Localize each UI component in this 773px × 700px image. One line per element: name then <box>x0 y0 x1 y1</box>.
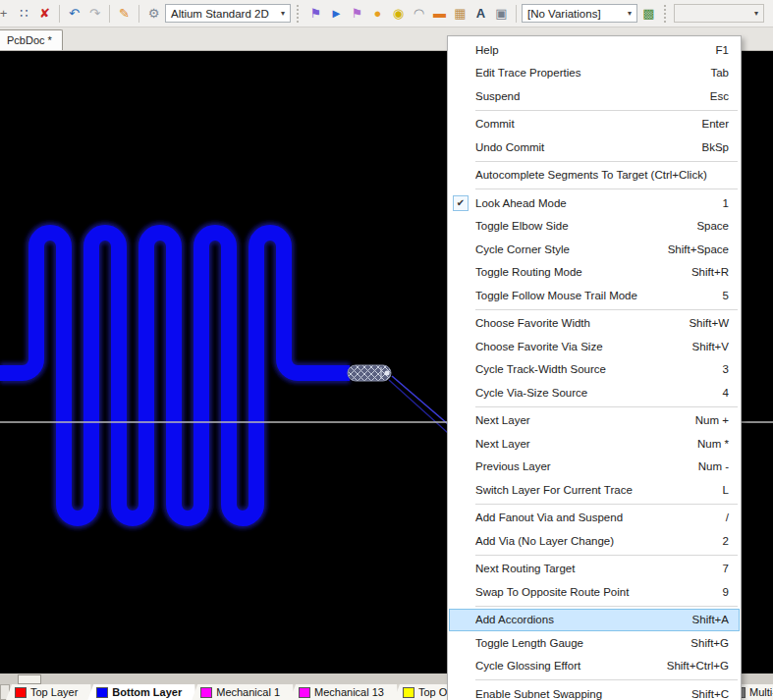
layer-tab-top-layer[interactable]: Top Layer <box>6 684 91 700</box>
variations-combo[interactable]: [No Variations] ▾ <box>522 4 637 23</box>
menu-item-next-routing-target[interactable]: Next Routing Target7 <box>448 558 741 581</box>
menu-item-shortcut: 7 <box>723 563 729 574</box>
main-toolbar: + ∷ ✘ ↶ ↷ ✎ ⚙ Altium Standard 2D ▾ ⚑ ► ⚑… <box>0 0 773 27</box>
layer-color-swatch <box>403 687 414 698</box>
toolbar-separator <box>59 5 60 23</box>
redo-icon[interactable]: ↷ <box>85 4 104 24</box>
menu-item-shortcut: Shift+R <box>691 266 729 278</box>
menu-item-shortcut: 3 <box>723 363 729 375</box>
place-component-icon[interactable]: ▣ <box>492 4 511 24</box>
differential-route-icon[interactable]: ⚑ <box>348 4 366 24</box>
menu-item-edit-trace-properties[interactable]: Edit Trace PropertiesTab <box>448 62 741 85</box>
place-arc-icon[interactable]: ◠ <box>410 4 428 24</box>
routing-context-menu: HelpF1Edit Trace PropertiesTabSuspendEsc… <box>447 35 742 700</box>
layer-color-swatch <box>200 687 212 698</box>
menu-item-label: Autocomplete Segments To Target (Ctrl+Cl… <box>475 169 717 181</box>
view-style-combo[interactable]: Altium Standard 2D ▾ <box>165 4 291 23</box>
pad-array-icon[interactable]: ▦ <box>451 4 469 24</box>
menu-item-help[interactable]: HelpF1 <box>448 38 741 62</box>
menu-item-previous-layer[interactable]: Previous LayerNum - <box>448 456 741 479</box>
chevron-down-icon: ▾ <box>746 9 758 18</box>
menu-item-shortcut: Shift+W <box>689 317 729 329</box>
routing-cursor-dot <box>385 371 390 376</box>
toolbar-separator <box>138 5 139 23</box>
menu-item-shortcut: Shift+C <box>691 688 729 700</box>
menu-item-add-via-no-layer-change[interactable]: Add Via (No Layer Change)2 <box>448 529 741 553</box>
chevron-down-icon: ▾ <box>273 9 285 18</box>
menu-item-commit[interactable]: CommitEnter <box>448 113 741 136</box>
horizontal-scrollbar-thumb[interactable] <box>18 674 41 684</box>
menu-item-swap-to-opposite-route-point[interactable]: Swap To Opposite Route Point9 <box>448 580 741 604</box>
menu-item-shortcut: 1 <box>723 197 729 209</box>
menu-item-cycle-corner-style[interactable]: Cycle Corner StyleShift+Space <box>448 238 741 261</box>
menu-item-shortcut: Num - <box>698 460 729 472</box>
menu-item-label: Choose Favorite Width <box>475 317 677 329</box>
menu-item-toggle-length-gauge[interactable]: Toggle Length GaugeShift+G <box>448 631 741 655</box>
layer-tab-mechanical-13[interactable]: Mechanical 13 <box>290 684 398 700</box>
menu-item-shortcut: L <box>723 484 729 496</box>
undo-icon[interactable]: ↶ <box>65 4 83 24</box>
menu-item-shortcut: 5 <box>723 290 729 301</box>
menu-item-label: Add Fanout Via and Suspend <box>475 512 714 523</box>
menu-item-shortcut: 2 <box>723 535 729 547</box>
menu-item-shortcut: 4 <box>723 387 729 399</box>
move-cursor-icon[interactable]: + <box>0 4 13 24</box>
place-via-icon[interactable]: ◉ <box>389 4 408 24</box>
menu-item-shortcut: Tab <box>710 67 729 79</box>
menu-item-toggle-routing-mode[interactable]: Toggle Routing ModeShift+R <box>448 261 741 285</box>
menu-item-choose-favorite-width[interactable]: Choose Favorite WidthShift+W <box>448 312 741 336</box>
toolbar-separator <box>109 5 110 23</box>
preferences-gear-icon[interactable]: ⚙ <box>144 4 163 24</box>
menu-item-label: Suspend <box>475 90 698 102</box>
menu-item-shortcut: Enter <box>702 118 730 130</box>
view-style-combo-value: Altium Standard 2D <box>171 8 269 20</box>
menu-item-next-layer[interactable]: Next LayerNum + <box>448 409 741 433</box>
variant-board-icon[interactable]: ▩ <box>639 4 658 24</box>
interactive-route-icon[interactable]: ⚑ <box>306 4 325 24</box>
empty-combo[interactable]: ▾ <box>674 4 764 23</box>
menu-item-label: Undo Commit <box>475 141 690 153</box>
menu-separator <box>475 504 738 505</box>
menu-item-add-fanout-via-and-suspend[interactable]: Add Fanout Via and Suspend/ <box>448 507 741 530</box>
delete-mode-icon[interactable]: ✘ <box>35 4 54 24</box>
menu-item-cycle-glossing-effort[interactable]: Cycle Glossing EffortShift+Ctrl+G <box>448 655 741 678</box>
toolbar-separator <box>516 5 517 23</box>
menu-item-look-ahead-mode[interactable]: ✔Look Ahead Mode1 <box>448 191 741 215</box>
place-string-icon[interactable]: A <box>471 4 490 24</box>
menu-item-toggle-elbow-side[interactable]: Toggle Elbow SideSpace <box>448 215 741 239</box>
layer-tab-label: Mechanical 13 <box>314 686 384 698</box>
menu-item-label: Switch Layer For Current Trace <box>475 484 711 496</box>
place-pad-icon[interactable]: ● <box>368 4 387 24</box>
menu-item-enable-subnet-swapping[interactable]: Enable Subnet SwappingShift+C <box>448 682 741 700</box>
menu-item-suspend[interactable]: SuspendEsc <box>448 84 741 108</box>
menu-item-choose-favorite-via-size[interactable]: Choose Favorite Via SizeShift+V <box>448 335 741 358</box>
menu-item-label: Cycle Via-Size Source <box>475 387 711 399</box>
layer-tab-label: Bottom Layer <box>112 686 182 698</box>
menu-item-toggle-follow-mouse-trail-mode[interactable]: Toggle Follow Mouse Trail Mode5 <box>448 284 741 307</box>
menu-item-next-layer[interactable]: Next LayerNum * <box>448 432 741 456</box>
menu-item-cycle-via-size-source[interactable]: Cycle Via-Size Source4 <box>448 381 741 404</box>
layer-tab-bottom-layer[interactable]: Bottom Layer <box>87 684 195 700</box>
menu-item-add-accordions[interactable]: Add AccordionsShift+A <box>449 609 740 632</box>
place-fill-icon[interactable]: ▬ <box>430 4 449 24</box>
menu-item-cycle-track-width-source[interactable]: Cycle Track-Width Source3 <box>448 358 741 382</box>
layer-tab-label: Multi-Layer <box>749 686 773 698</box>
document-tab[interactable]: PcbDoc * <box>0 29 63 50</box>
menu-item-undo-commit[interactable]: Undo CommitBkSp <box>448 135 741 159</box>
layer-tab-mechanical-1[interactable]: Mechanical 1 <box>192 684 294 700</box>
menu-item-label: Add Accordions <box>475 614 681 625</box>
menu-item-label: Next Routing Target <box>475 563 711 574</box>
magic-wand-icon[interactable]: ✎ <box>115 4 134 24</box>
menu-item-autocomplete-segments-to-target-ctrl-click[interactable]: Autocomplete Segments To Target (Ctrl+Cl… <box>448 164 741 188</box>
menu-item-shortcut: Shift+Ctrl+G <box>667 660 729 672</box>
menu-item-switch-layer-for-current-trace[interactable]: Switch Layer For Current TraceL <box>448 478 741 502</box>
menu-item-shortcut: Space <box>696 220 729 232</box>
menu-item-label: Cycle Glossing Effort <box>475 660 655 672</box>
menu-separator <box>475 110 738 111</box>
menu-item-shortcut: Esc <box>710 90 729 102</box>
layer-color-swatch <box>299 687 310 698</box>
checkmark-icon: ✔ <box>453 195 469 211</box>
snap-grid-icon[interactable]: ∷ <box>15 4 33 24</box>
altium-pcb-editor: + ∷ ✘ ↶ ↷ ✎ ⚙ Altium Standard 2D ▾ ⚑ ► ⚑… <box>0 0 773 700</box>
select-track-icon[interactable]: ► <box>327 4 346 24</box>
